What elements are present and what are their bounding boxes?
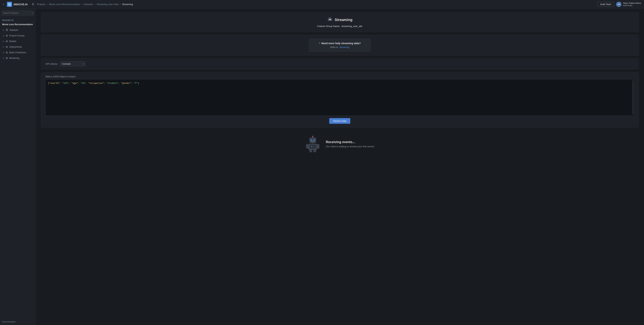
help-inner: ? Need more help streaming data? Refer t…: [309, 39, 370, 52]
code-editor-label: Write a JSON Object to stream:: [46, 75, 634, 78]
search-icon[interactable]: ⚲: [32, 2, 34, 6]
feature-group-value: streaming_user_attr: [342, 25, 362, 27]
sidebar-item-datasets[interactable]: ▶ 🗄 Datasets: [1, 27, 35, 33]
robot-figure: [306, 136, 320, 152]
breadcrumb-projects[interactable]: Projects: [37, 3, 46, 5]
sidebar-item-monitoring[interactable]: ▶ ⊞ Monitoring: [1, 55, 35, 61]
breadcrumb-current: Streaming: [122, 3, 133, 5]
robot-icon: [306, 136, 320, 152]
robot-text: Receiving events... Our robot is waiting…: [326, 140, 374, 148]
feature-groups-icon: ⊞: [6, 34, 8, 37]
svg-rect-12: [310, 145, 316, 148]
code-editor-card: Write a JSON Object to stream: {"userId"…: [41, 72, 638, 128]
streaming-title-row: Streaming: [46, 17, 634, 23]
api-library-label: API Library:: [46, 62, 58, 65]
logo: ABACUS.AI: [7, 2, 28, 7]
svg-point-3: [329, 19, 331, 20]
main-layout: ▼ Projects Movie Lens Recommendation ▶ 🗄…: [0, 9, 644, 325]
streaming-icon: [327, 17, 333, 23]
monitoring-icon: ⊞: [6, 57, 8, 59]
help-card: ? Need more help streaming data? Refer t…: [41, 35, 638, 55]
project-title[interactable]: Movie Lens Recommendation: [0, 22, 35, 27]
svg-point-14: [313, 146, 314, 147]
svg-rect-10: [312, 143, 314, 144]
sidebar-item-label-deployments: Deployments: [9, 46, 22, 48]
breadcrumb-streaming-user-data[interactable]: Streaming User Data: [97, 3, 118, 5]
models-icon: ⊞: [6, 40, 8, 42]
team-name: Team: Python Demo: [623, 2, 641, 4]
svg-point-13: [311, 146, 312, 147]
sidebar-item-models[interactable]: ▶ ⊞ Models: [1, 38, 35, 44]
stream-data-button[interactable]: Stream Data: [329, 118, 350, 124]
sidebar-item-label-models: Models: [9, 40, 16, 42]
search-projects-input[interactable]: [3, 12, 30, 14]
svg-rect-15: [306, 144, 308, 149]
scrollbar[interactable]: [632, 80, 634, 115]
svg-rect-4: [310, 138, 316, 143]
chevron-icon: ▶: [3, 29, 4, 31]
chevron-down-icon: ▼: [31, 12, 33, 14]
sidebar-item-feature-groups[interactable]: ▶ ⊞ Feature Groups: [1, 33, 35, 38]
svg-rect-16: [318, 144, 319, 149]
svg-rect-9: [311, 141, 314, 142]
code-content[interactable]: {"userId": "123", "age": "19", "occupati…: [48, 82, 632, 85]
logo-icon: [7, 2, 12, 7]
avatar-text: Team: Python Demo Ankit Khare: [623, 2, 641, 7]
question-icon: ?: [319, 42, 320, 45]
topnav-right: Invite Team AK Team: Python Demo Ankit K…: [598, 2, 641, 7]
robot-section: Receiving events... Our robot is waiting…: [41, 130, 638, 155]
logo-text: ABACUS.AI: [14, 3, 28, 6]
user-avatar[interactable]: AK Team: Python Demo Ankit Khare: [616, 2, 641, 7]
invite-team-button[interactable]: Invite Team: [598, 2, 614, 7]
svg-rect-7: [310, 139, 312, 141]
search-projects-container[interactable]: ▼: [2, 10, 34, 15]
user-name: Ankit Khare: [623, 4, 641, 7]
avatar-image: AK: [616, 2, 622, 7]
help-refer: Refer to Streaming: [314, 46, 365, 48]
chevron-icon-monitoring: ▶: [3, 57, 4, 59]
chevron-icon-batch: ▶: [3, 51, 4, 53]
svg-point-6: [312, 136, 313, 137]
sidebar-item-label-batch-predictions: Batch Predictions: [9, 51, 26, 54]
breadcrumb-sep-1: >: [81, 3, 83, 5]
feature-group-name: Feature Group Name: streaming_user_attr: [46, 25, 634, 27]
streaming-help-link[interactable]: Streaming: [340, 46, 350, 48]
back-button[interactable]: ‹: [3, 2, 4, 6]
sidebar-item-label-datasets: Datasets: [10, 29, 18, 31]
streaming-title: Streaming: [335, 18, 352, 22]
robot-title: Receiving events...: [326, 140, 374, 144]
chevron-icon-models: ▶: [3, 40, 4, 42]
breadcrumb-sep-2: >: [94, 3, 96, 5]
deployments-icon: ⊞: [6, 45, 8, 48]
sidebar-item-label-feature-groups: Feature Groups: [9, 34, 24, 37]
help-title: ? Need more help streaming data?: [314, 42, 365, 45]
svg-rect-8: [314, 139, 315, 141]
batch-predictions-icon: ⊞: [6, 51, 8, 54]
code-editor[interactable]: {"userId": "123", "age": "19", "occupati…: [46, 79, 634, 116]
breadcrumb-movie-lens[interactable]: Movie Lens Recommendation: [49, 3, 80, 5]
api-library-select[interactable]: Console Python Java: [60, 61, 86, 66]
sidebar: ▼ Projects Movie Lens Recommendation ▶ 🗄…: [0, 9, 36, 325]
main-content: Streaming Feature Group Name: streaming_…: [36, 9, 644, 325]
breadcrumb-datasets[interactable]: Datasets: [84, 3, 93, 5]
svg-rect-17: [310, 150, 312, 152]
chevron-icon-deployments: ▶: [3, 46, 4, 48]
api-library-card: API Library: Console Python Java: [41, 58, 638, 69]
breadcrumb: Projects > Movie Lens Recommendation > D…: [37, 3, 595, 5]
documentation-link[interactable]: Documentation: [0, 319, 35, 325]
breadcrumb-sep-3: >: [120, 3, 121, 5]
robot-subtitle: Our robot is waiting to receive your fir…: [326, 145, 374, 148]
chevron-icon-fg: ▶: [3, 35, 4, 36]
topnav: ‹ ABACUS.AI ⚲ Projects > Movie Lens Reco…: [0, 0, 644, 9]
sidebar-item-batch-predictions[interactable]: ▶ ⊞ Batch Predictions: [1, 50, 35, 55]
breadcrumb-sep-0: >: [46, 3, 48, 5]
sidebar-section-projects: Projects: [0, 17, 35, 22]
streaming-header-card: Streaming Feature Group Name: streaming_…: [41, 12, 638, 32]
svg-rect-18: [314, 150, 316, 152]
datasets-icon: 🗄: [6, 29, 8, 31]
api-library-select-wrap[interactable]: Console Python Java: [60, 61, 86, 66]
sidebar-item-label-monitoring: Monitoring: [9, 57, 20, 59]
sidebar-item-deployments[interactable]: ▶ ⊞ Deployments: [1, 44, 35, 49]
